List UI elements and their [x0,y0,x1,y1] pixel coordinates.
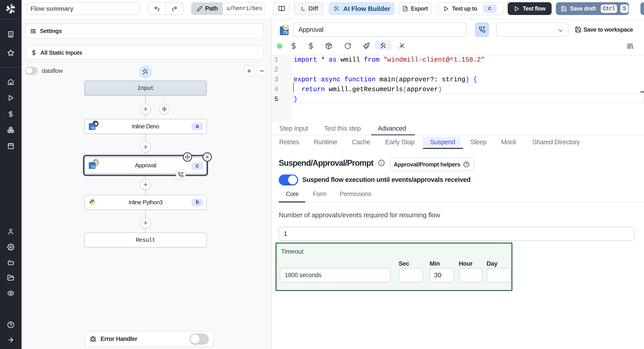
svg-text:TS: TS [91,165,95,169]
svg-text:TS: TS [91,126,95,130]
svg-text:TS: TS [283,30,288,34]
